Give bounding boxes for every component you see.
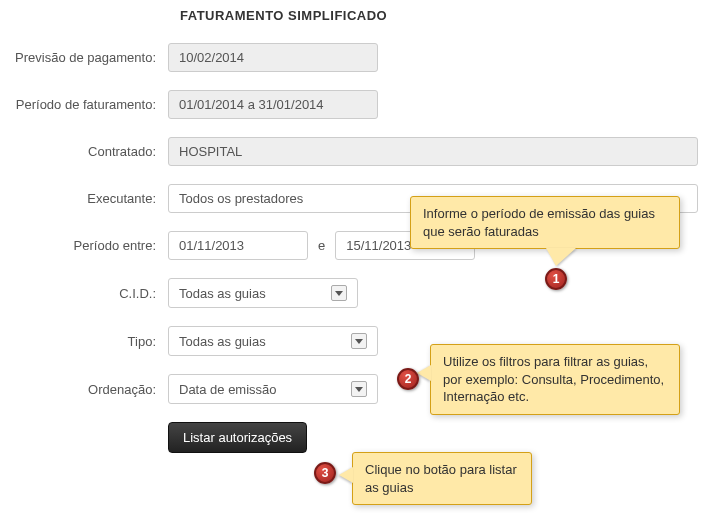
select-tipo-value: Todas as guias — [179, 334, 266, 349]
label-periodo-entre: Período entre: — [8, 238, 168, 253]
field-contratado: HOSPITAL — [168, 137, 698, 166]
label-ordenacao: Ordenação: — [8, 382, 168, 397]
select-tipo[interactable]: Todas as guias — [168, 326, 378, 356]
callout-tail-icon — [417, 365, 431, 381]
field-periodo-inicio[interactable]: 01/11/2013 — [168, 231, 308, 260]
row-actions: Listar autorizações — [8, 422, 720, 453]
callout-listar: Clique no botão para listar as guias — [352, 452, 532, 505]
page-title: FATURAMENTO SIMPLIFICADO — [0, 0, 728, 23]
label-tipo: Tipo: — [8, 334, 168, 349]
callout-text: Utilize os filtros para filtrar as guias… — [443, 354, 664, 404]
label-executante: Executante: — [8, 191, 168, 206]
field-periodo-faturamento: 01/01/2014 a 31/01/2014 — [168, 90, 378, 119]
callout-tail-icon — [339, 467, 353, 483]
select-cid-value: Todas as guias — [179, 286, 266, 301]
chevron-down-icon — [351, 333, 367, 349]
step-marker-1: 1 — [545, 268, 567, 290]
row-contratado: Contratado: HOSPITAL — [8, 137, 720, 166]
field-previsao-pagamento: 10/02/2014 — [168, 43, 378, 72]
label-cid: C.I.D.: — [8, 286, 168, 301]
callout-text: Clique no botão para listar as guias — [365, 462, 517, 495]
select-cid[interactable]: Todas as guias — [168, 278, 358, 308]
select-ordenacao-value: Data de emissão — [179, 382, 277, 397]
chevron-down-icon — [351, 381, 367, 397]
callout-periodo-emissao: Informe o período de emissão das guias q… — [410, 196, 680, 249]
callout-filtros: Utilize os filtros para filtrar as guias… — [430, 344, 680, 415]
row-cid: C.I.D.: Todas as guias — [8, 278, 720, 308]
step-marker-2: 2 — [397, 368, 419, 390]
chevron-down-icon — [331, 285, 347, 301]
callout-tail-icon — [546, 248, 576, 266]
row-previsao-pagamento: Previsão de pagamento: 10/02/2014 — [8, 43, 720, 72]
select-ordenacao[interactable]: Data de emissão — [168, 374, 378, 404]
label-periodo-faturamento: Período de faturamento: — [8, 97, 168, 112]
label-contratado: Contratado: — [8, 144, 168, 159]
step-marker-3: 3 — [314, 462, 336, 484]
label-previsao-pagamento: Previsão de pagamento: — [8, 50, 168, 65]
listar-autorizacoes-button[interactable]: Listar autorizações — [168, 422, 307, 453]
callout-text: Informe o período de emissão das guias q… — [423, 206, 655, 239]
separator-e: e — [308, 238, 335, 253]
row-periodo-faturamento: Período de faturamento: 01/01/2014 a 31/… — [8, 90, 720, 119]
